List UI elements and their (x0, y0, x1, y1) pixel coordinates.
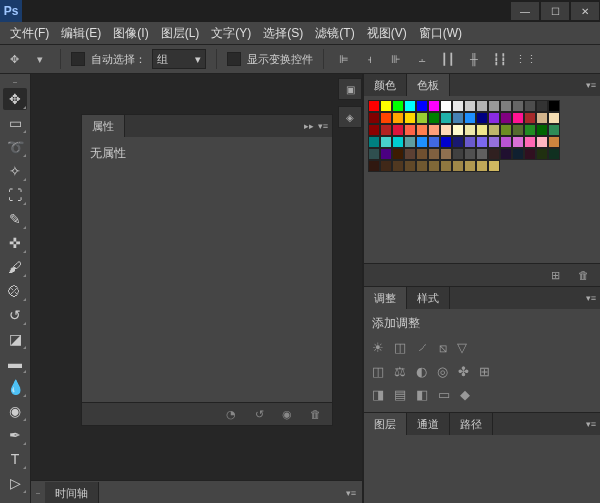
swatch[interactable] (476, 112, 488, 124)
swatch[interactable] (380, 136, 392, 148)
swatch[interactable] (464, 112, 476, 124)
color-balance-icon[interactable]: ⚖ (394, 364, 406, 379)
swatch[interactable] (440, 124, 452, 136)
menu-select[interactable]: 选择(S) (257, 22, 309, 44)
eraser-tool[interactable]: ◪ (3, 328, 27, 350)
crop-tool[interactable]: ⛶ (3, 184, 27, 206)
tab-color[interactable]: 颜色 (364, 74, 407, 96)
swatch[interactable] (464, 136, 476, 148)
swatch[interactable] (452, 136, 464, 148)
gradient-tool[interactable]: ▬ (3, 352, 27, 374)
swatch[interactable] (440, 136, 452, 148)
swatch[interactable] (536, 148, 548, 160)
swatch[interactable] (476, 160, 488, 172)
timeline-handle[interactable] (31, 489, 45, 497)
distribute-center-icon[interactable]: ╫ (464, 49, 484, 69)
swatch[interactable] (428, 136, 440, 148)
swatch[interactable] (488, 100, 500, 112)
tools-handle[interactable] (2, 78, 28, 86)
swatch[interactable] (368, 112, 380, 124)
posterize-icon[interactable]: ▤ (394, 387, 406, 402)
swatch[interactable] (380, 148, 392, 160)
menu-view[interactable]: 视图(V) (361, 22, 413, 44)
swatch[interactable] (404, 136, 416, 148)
swatch[interactable] (488, 136, 500, 148)
tab-paths[interactable]: 路径 (450, 413, 493, 435)
swatch[interactable] (452, 160, 464, 172)
lasso-tool[interactable]: ➰ (3, 136, 27, 158)
swatch[interactable] (500, 148, 512, 160)
swatch[interactable] (440, 100, 452, 112)
new-swatch-icon[interactable]: ⊞ (546, 267, 564, 283)
swatch[interactable] (548, 100, 560, 112)
swatch[interactable] (464, 148, 476, 160)
color-lookup-icon[interactable]: ⊞ (479, 364, 490, 379)
history-brush-tool[interactable]: ↺ (3, 304, 27, 326)
clone-stamp-tool[interactable]: ⛒ (3, 280, 27, 302)
swatch[interactable] (440, 160, 452, 172)
reset-icon[interactable]: ↺ (250, 406, 268, 422)
menu-file[interactable]: 文件(F) (4, 22, 55, 44)
tool-preset-dropdown[interactable]: ▾ (30, 49, 50, 69)
distribute-right-icon[interactable]: ┇┇ (490, 49, 510, 69)
brightness-contrast-icon[interactable]: ☀ (372, 340, 384, 356)
swatch[interactable] (368, 148, 380, 160)
tab-layers[interactable]: 图层 (364, 413, 407, 435)
swatch[interactable] (524, 112, 536, 124)
swatch[interactable] (380, 112, 392, 124)
menu-image[interactable]: 图像(I) (107, 22, 154, 44)
swatch[interactable] (368, 124, 380, 136)
swatch[interactable] (548, 148, 560, 160)
swatch[interactable] (392, 136, 404, 148)
vibrance-icon[interactable]: ▽ (457, 340, 467, 356)
pen-tool[interactable]: ✒ (3, 424, 27, 446)
type-tool[interactable]: T (3, 448, 27, 470)
tab-styles[interactable]: 样式 (407, 287, 450, 309)
layers-menu-icon[interactable]: ▾≡ (586, 419, 596, 429)
black-white-icon[interactable]: ◐ (416, 364, 427, 379)
swatch[interactable] (404, 160, 416, 172)
swatch[interactable] (428, 148, 440, 160)
menu-filter[interactable]: 滤镜(T) (309, 22, 360, 44)
delete-adjustment-icon[interactable]: 🗑 (306, 406, 324, 422)
swatch[interactable] (476, 136, 488, 148)
swatch[interactable] (368, 136, 380, 148)
align-top-icon[interactable]: ⫠ (412, 49, 432, 69)
levels-icon[interactable]: ◫ (394, 340, 406, 356)
swatch[interactable] (512, 148, 524, 160)
healing-brush-tool[interactable]: ✜ (3, 232, 27, 254)
swatch[interactable] (428, 160, 440, 172)
marquee-tool[interactable]: ▭ (3, 112, 27, 134)
clip-to-layer-icon[interactable]: ◔ (222, 406, 240, 422)
swatch[interactable] (500, 100, 512, 112)
swatch[interactable] (548, 112, 560, 124)
swatch[interactable] (392, 148, 404, 160)
swatch[interactable] (548, 136, 560, 148)
swatch[interactable] (428, 112, 440, 124)
swatch[interactable] (464, 160, 476, 172)
adjustments-menu-icon[interactable]: ▾≡ (586, 293, 596, 303)
swatch[interactable] (368, 100, 380, 112)
swatch[interactable] (380, 160, 392, 172)
swatch[interactable] (464, 100, 476, 112)
selective-color-icon[interactable]: ◆ (460, 387, 470, 402)
gradient-map-icon[interactable]: ▭ (438, 387, 450, 402)
swatch[interactable] (440, 148, 452, 160)
maximize-button[interactable]: ☐ (541, 2, 569, 20)
swatch[interactable] (452, 124, 464, 136)
swatch[interactable] (536, 112, 548, 124)
swatch[interactable] (524, 148, 536, 160)
brush-tool[interactable]: 🖌 (3, 256, 27, 278)
swatch[interactable] (464, 124, 476, 136)
swatch[interactable] (512, 112, 524, 124)
delete-swatch-icon[interactable]: 🗑 (574, 267, 592, 283)
swatch[interactable] (416, 112, 428, 124)
distribute-space-icon[interactable]: ⋮⋮ (516, 49, 536, 69)
swatch[interactable] (392, 124, 404, 136)
auto-select-checkbox[interactable] (71, 52, 85, 66)
tab-timeline[interactable]: 时间轴 (45, 482, 99, 503)
path-selection-tool[interactable]: ▷ (3, 472, 27, 494)
swatch[interactable] (524, 136, 536, 148)
menu-type[interactable]: 文字(Y) (205, 22, 257, 44)
close-button[interactable]: ✕ (571, 2, 599, 20)
